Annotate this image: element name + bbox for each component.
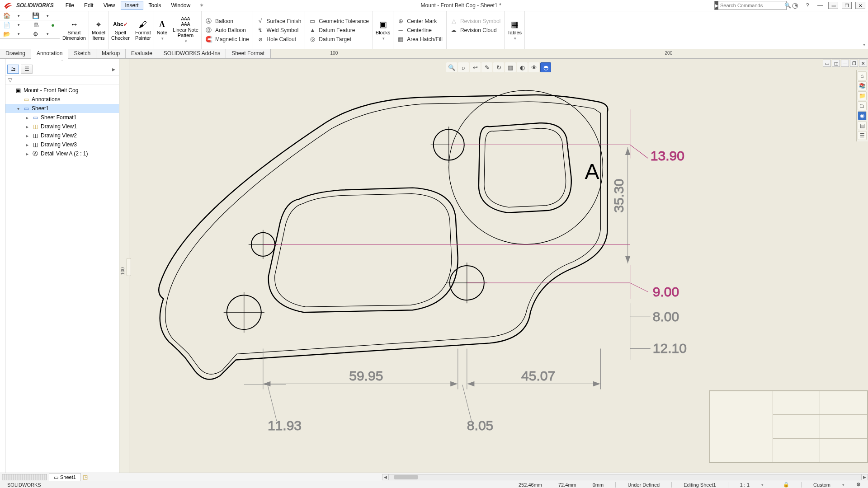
open-dd-icon[interactable]: ▾ bbox=[14, 30, 24, 38]
open-icon[interactable]: 📂 bbox=[2, 30, 12, 38]
tab-evaluate[interactable]: Evaluate bbox=[126, 49, 158, 58]
status-config-icon[interactable]: ⚙ bbox=[852, 482, 865, 488]
svg-line-38 bbox=[268, 385, 277, 421]
dim-59-95[interactable]: 59.95 bbox=[349, 368, 383, 383]
centerline-icon: ─ bbox=[397, 27, 404, 33]
note-button[interactable]: ANote▾ bbox=[154, 11, 170, 49]
status-x: 252.46mm bbox=[514, 482, 547, 488]
home-dd-icon[interactable]: ▾ bbox=[14, 12, 24, 20]
dim-45-07[interactable]: 45.07 bbox=[521, 368, 555, 383]
panel-drag-handle[interactable] bbox=[5, 59, 119, 63]
tab-sketch[interactable]: Sketch bbox=[68, 49, 96, 58]
svg-marker-33 bbox=[468, 382, 474, 386]
menu-insert[interactable]: Insert bbox=[121, 1, 143, 10]
balloon-button[interactable]: ⒶBalloon bbox=[205, 17, 249, 25]
dim-11-93[interactable]: 11.93 bbox=[268, 418, 302, 433]
scale-dd-icon[interactable]: ▾ bbox=[761, 483, 764, 487]
status-scale[interactable]: 1 : 1 bbox=[736, 482, 754, 488]
smart-dimension-button[interactable]: ↔Smart Dimension bbox=[60, 11, 89, 49]
tree-view1[interactable]: ▸◫Drawing View1 bbox=[5, 122, 119, 131]
home-icon[interactable]: 🏠 bbox=[2, 12, 12, 20]
save-dd-icon[interactable]: ▾ bbox=[42, 12, 52, 20]
tree-sheet-format[interactable]: ▸▭Sheet Format1 bbox=[5, 113, 119, 122]
title-block[interactable] bbox=[709, 390, 868, 463]
close-button[interactable]: ✕ bbox=[855, 2, 865, 9]
help-icon[interactable]: ? bbox=[803, 2, 812, 9]
dim-35-30[interactable]: 35.30 bbox=[611, 179, 626, 213]
surface-finish-button[interactable]: √Surface Finish bbox=[257, 17, 302, 25]
spell-checker-button[interactable]: Abc✓Spell Checker bbox=[108, 11, 132, 49]
options-dd-icon[interactable]: ▾ bbox=[42, 30, 52, 38]
centerline-button[interactable]: ─Centerline bbox=[397, 26, 443, 34]
format-icon: ▭ bbox=[32, 114, 39, 121]
menu-view[interactable]: View bbox=[99, 1, 120, 10]
new-icon[interactable]: 📄 bbox=[2, 21, 12, 29]
search-commands[interactable]: ▶ 🔍 ▾ bbox=[714, 1, 787, 10]
sheet-tab-1[interactable]: ▭Sheet1 bbox=[49, 473, 81, 481]
feature-tree-tab[interactable]: 🗂 bbox=[7, 65, 19, 74]
tree-detail-a[interactable]: ▸ⒶDetail View A (2 : 1) bbox=[5, 149, 119, 158]
blocks-button[interactable]: ▣Blocks▾ bbox=[373, 11, 393, 49]
tab-addins[interactable]: SOLIDWORKS Add-Ins bbox=[158, 49, 226, 58]
area-hatch-button[interactable]: ▦Area Hatch/Fill bbox=[397, 35, 443, 43]
menu-window[interactable]: Window bbox=[167, 1, 195, 10]
format-painter-button[interactable]: 🖌Format Painter bbox=[132, 11, 154, 49]
auto-balloon-button[interactable]: ⒷAuto Balloon bbox=[205, 26, 249, 34]
linear-note-pattern-button[interactable]: AAAAAALinear Note Pattern▾ bbox=[170, 11, 201, 49]
spacer bbox=[450, 35, 500, 43]
status-units[interactable]: Custom bbox=[809, 482, 835, 488]
tree-sheet1[interactable]: ▾▭Sheet1 bbox=[5, 104, 119, 113]
property-tab[interactable]: ☰ bbox=[21, 65, 33, 74]
tab-annotation[interactable]: Annotation bbox=[31, 49, 68, 59]
user-icon[interactable]: ◯ bbox=[790, 2, 799, 9]
revision-cloud-button[interactable]: ☁Revision Cloud bbox=[450, 26, 500, 34]
dim-8-05[interactable]: 8.05 bbox=[467, 418, 493, 433]
geometric-tolerance-button[interactable]: ▭Geometric Tolerance bbox=[309, 17, 369, 25]
tab-markup[interactable]: Markup bbox=[96, 49, 126, 58]
tree-view2[interactable]: ▸◫Drawing View2 bbox=[5, 131, 119, 140]
options-icon[interactable]: ⚙ bbox=[31, 30, 41, 38]
weld-symbol-button[interactable]: ↯Weld Symbol bbox=[257, 26, 302, 34]
filter-icon[interactable]: ▽ bbox=[8, 77, 12, 83]
status-lock-icon[interactable]: 🔒 bbox=[778, 482, 794, 488]
dim-9-00[interactable]: 9.00 bbox=[653, 284, 679, 299]
rebuild-icon[interactable]: ● bbox=[48, 21, 58, 29]
add-sheet-button[interactable]: ◳ bbox=[81, 474, 90, 480]
detail-label[interactable]: A bbox=[585, 159, 599, 183]
menu-edit[interactable]: Edit bbox=[80, 1, 98, 10]
tab-drawing[interactable]: Drawing bbox=[0, 49, 31, 58]
new-dd-icon[interactable]: ▾ bbox=[14, 21, 24, 29]
ribbon-collapse-icon[interactable]: ▾ bbox=[860, 11, 868, 49]
menu-file[interactable]: File bbox=[61, 1, 79, 10]
magnetic-line-button[interactable]: 🧲Magnetic Line bbox=[205, 35, 249, 43]
dim-13-90[interactable]: 13.90 bbox=[651, 148, 684, 163]
scroll-right-icon[interactable]: ▶ bbox=[861, 474, 868, 480]
datum-target-button[interactable]: ◎Datum Target bbox=[309, 35, 369, 43]
tab-sheet-format[interactable]: Sheet Format bbox=[226, 49, 270, 58]
dim-8-00[interactable]: 8.00 bbox=[653, 309, 679, 324]
print-icon[interactable]: 🖶 bbox=[31, 21, 41, 29]
menu-tools[interactable]: Tools bbox=[144, 1, 166, 10]
dim-12-10[interactable]: 12.10 bbox=[653, 341, 687, 356]
hole-callout-button[interactable]: ⌀Hole Callout bbox=[257, 35, 302, 43]
restore-button[interactable]: ▭ bbox=[828, 2, 838, 9]
tree-annotations[interactable]: ▭Annotations bbox=[5, 95, 119, 104]
search-input[interactable] bbox=[718, 3, 783, 8]
status-editing: Editing Sheet1 bbox=[679, 482, 721, 488]
minimize-button[interactable]: — bbox=[816, 2, 825, 9]
tab-scroll-handle[interactable] bbox=[2, 474, 47, 480]
tables-button[interactable]: ▦Tables▾ bbox=[505, 11, 524, 49]
drawing-canvas[interactable]: ▭ ◫ — ❐ ✕ 🔍 ⌕ ↩ ✎ ↻ ▥ ◐ 👁 ◓ ⌂ 📚 📁 🗀 ◉ ▤ … bbox=[129, 59, 868, 475]
units-dd-icon[interactable]: ▾ bbox=[842, 483, 844, 487]
tree-root[interactable]: ▣Mount - Front Belt Cog bbox=[5, 86, 119, 95]
horizontal-scrollbar[interactable]: ◀ ▶ bbox=[382, 474, 868, 480]
panel-expand-icon[interactable]: ▸ bbox=[112, 66, 117, 73]
scroll-left-icon[interactable]: ◀ bbox=[382, 474, 389, 480]
model-items-button[interactable]: ⌖Model Items bbox=[89, 11, 108, 49]
maximize-button[interactable]: ❐ bbox=[842, 2, 852, 9]
pin-icon[interactable]: ✶ bbox=[196, 1, 208, 10]
tree-view3[interactable]: ▸◫Drawing View3 bbox=[5, 140, 119, 149]
save-icon[interactable]: 💾 bbox=[31, 12, 41, 20]
center-mark-button[interactable]: ⊕Center Mark bbox=[397, 17, 443, 25]
datum-feature-button[interactable]: ▲Datum Feature bbox=[309, 26, 369, 34]
